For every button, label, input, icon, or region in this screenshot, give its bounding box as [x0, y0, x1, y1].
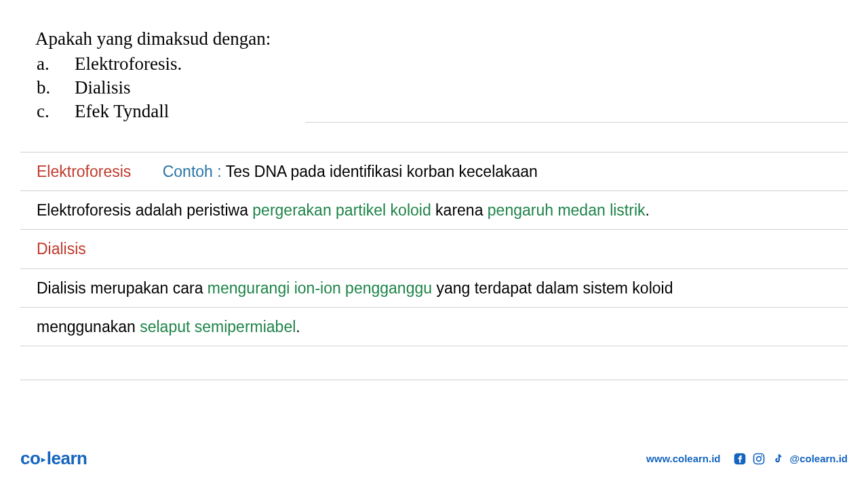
definition-suffix: . — [296, 318, 300, 336]
item-text: Elektroforesis. — [75, 54, 182, 75]
item-letter: c. — [35, 101, 75, 122]
footer-url: www.colearn.id — [646, 453, 720, 464]
definition-prefix: Elektroforesis adalah peristiwa — [37, 201, 252, 219]
definition-prefix: Dialisis merupakan cara — [37, 279, 208, 297]
tiktok-icon — [771, 452, 785, 466]
answer-section: Elektroforesis Contoh : Tes DNA pada ide… — [0, 152, 868, 413]
item-letter: b. — [35, 77, 75, 98]
instagram-icon — [752, 452, 766, 466]
heading-elektroforesis: Elektroforesis — [37, 163, 131, 180]
definition-suffix: yang terdapat dalam sistem koloid — [432, 279, 673, 297]
facebook-icon — [733, 452, 747, 466]
logo-co: co — [20, 448, 40, 468]
question-title: Apakah yang dimaksud dengan: — [35, 28, 833, 49]
footer-handle: @colearn.id — [790, 453, 848, 464]
logo: co▸learn — [20, 448, 87, 469]
heading-dialisis: Dialisis — [37, 240, 86, 258]
example-text: Tes DNA pada identifikasi korban kecelak… — [222, 163, 538, 180]
list-item: b. Dialisis — [35, 77, 833, 98]
social-icons: @colearn.id — [733, 452, 848, 466]
item-letter: a. — [35, 54, 75, 75]
answer-row: Elektroforesis adalah peristiwa pergerak… — [20, 190, 848, 229]
footer-right: www.colearn.id @colearn.id — [646, 452, 848, 466]
definition-mid: karena — [431, 201, 488, 219]
definition-keyword: pergerakan partikel koloid — [252, 201, 431, 219]
definition-keyword: mengurangi ion-ion pengganggu — [208, 279, 432, 297]
definition-suffix: . — [646, 201, 650, 219]
footer: co▸learn www.colearn.id @colearn.id — [0, 448, 868, 469]
answer-row: Elektroforesis Contoh : Tes DNA pada ide… — [20, 152, 848, 190]
item-text: Dialisis — [75, 77, 131, 98]
question-section: Apakah yang dimaksud dengan: a. Elektrof… — [0, 0, 868, 138]
answer-row: Dialisis — [20, 229, 848, 268]
answer-row: Dialisis merupakan cara mengurangi ion-i… — [20, 268, 848, 307]
divider — [305, 122, 848, 123]
logo-separator: ▸ — [41, 455, 45, 464]
definition-prefix: menggunakan — [37, 318, 140, 336]
svg-rect-1 — [753, 453, 764, 464]
empty-row — [20, 346, 848, 380]
definition-keyword: pengaruh medan listrik — [488, 201, 646, 219]
item-text: Efek Tyndall — [75, 101, 169, 122]
definition-keyword: selaput semipermiabel — [140, 318, 296, 336]
list-item: a. Elektroforesis. — [35, 54, 833, 75]
logo-learn: learn — [47, 448, 87, 468]
example-label: Contoh : — [163, 163, 222, 180]
svg-point-3 — [761, 455, 762, 456]
answer-row: menggunakan selaput semipermiabel. — [20, 307, 848, 346]
svg-point-2 — [756, 456, 761, 461]
empty-row — [20, 380, 848, 413]
list-item: c. Efek Tyndall — [35, 101, 833, 122]
question-list: a. Elektroforesis. b. Dialisis c. Efek T… — [35, 54, 833, 122]
